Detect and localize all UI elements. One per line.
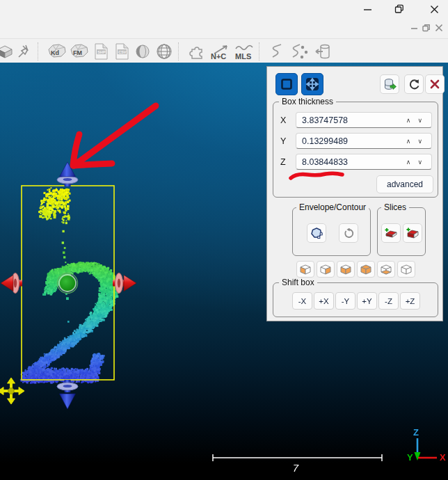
- show-interactors-toggle[interactable]: [301, 73, 323, 95]
- spin-down-icon[interactable]: ∨: [414, 138, 426, 145]
- toolbar-separator: [178, 42, 184, 61]
- nc-label: N+C: [211, 52, 226, 61]
- spin-down-icon[interactable]: ∨: [414, 117, 426, 124]
- z-thickness-input[interactable]: 8.03844833 ∧ ∨: [296, 154, 432, 170]
- shp-file-icon[interactable]: SHP: [91, 41, 111, 62]
- set-view-cube-6-button[interactable]: [397, 261, 415, 278]
- csv-label: CSV: [118, 49, 127, 54]
- box-face-buttons: [292, 261, 419, 278]
- plugin-puzzle-icon[interactable]: [187, 41, 208, 62]
- slices-group: Slices: [377, 207, 426, 256]
- unroll-cylinder-icon[interactable]: [312, 41, 333, 62]
- clipping-box-icon[interactable]: [0, 41, 13, 62]
- y-thickness-value: 0.13299489: [302, 136, 403, 146]
- z-thickness-label: Z: [280, 157, 296, 167]
- toolbar-separator: [259, 42, 264, 61]
- mdi-minimize-button[interactable]: [408, 22, 420, 34]
- axis-z-label: Z: [413, 427, 419, 438]
- shift-plus-x-button[interactable]: +X: [314, 292, 334, 310]
- red-x-icon: [430, 79, 440, 89]
- close-button[interactable]: [426, 1, 442, 17]
- envelope-contour-group: Envelope/Contour: [292, 207, 371, 256]
- slices-title: Slices: [381, 202, 409, 212]
- set-view-cube-2-button[interactable]: [317, 261, 335, 278]
- box-thickness-group: Box thickness X 3.83747578 ∧ ∨ Y 0.13299…: [273, 102, 438, 198]
- shift-plus-y-label: +Y: [362, 297, 371, 305]
- axis-y-label: Y: [407, 452, 413, 463]
- polygon-icon: [310, 227, 323, 239]
- slice-icon: [384, 227, 398, 239]
- move-arrows-icon: [305, 77, 319, 91]
- undo-arrow-icon: [408, 79, 420, 90]
- shift-minus-z-label: -Z: [385, 297, 392, 305]
- show-box-toggle[interactable]: [275, 73, 298, 95]
- shift-box-title: Shift box: [279, 278, 317, 287]
- advanced-button-label: advanced: [387, 179, 423, 189]
- rotate-ccw-icon: [344, 228, 354, 239]
- database-export-icon: [383, 78, 397, 91]
- shift-plus-x-label: +X: [319, 297, 328, 305]
- spin-up-icon[interactable]: ∧: [403, 117, 415, 124]
- x-thickness-input[interactable]: 3.83747578 ∧ ∨: [296, 112, 432, 128]
- shift-plus-z-label: +Z: [406, 297, 415, 305]
- close-tool-button[interactable]: [425, 74, 445, 94]
- box-thickness-title: Box thickness: [279, 97, 336, 106]
- spin-up-icon[interactable]: ∧: [403, 159, 415, 166]
- scale-bar-value: 7: [209, 462, 383, 474]
- y-thickness-input[interactable]: 0.13299489 ∧ ∨: [296, 133, 432, 149]
- multi-slice-icon: [406, 227, 419, 239]
- mls-label: MLS: [235, 52, 251, 61]
- mdi-close-button[interactable]: [433, 22, 445, 34]
- export-slice-button[interactable]: [380, 74, 399, 94]
- envelope-contour-title: Envelope/Contour: [296, 202, 369, 212]
- x-thickness-label: X: [280, 115, 296, 125]
- cross-section-panel: Box thickness X 3.83747578 ∧ ∨ Y 0.13299…: [266, 66, 443, 321]
- x-thickness-value: 3.83747578: [302, 115, 403, 125]
- application-window: Kd FM SHP CSV N+C MLS: [0, 0, 448, 480]
- axis-x-label: X: [440, 452, 446, 463]
- section-curve-points-icon[interactable]: [289, 41, 311, 62]
- advanced-button[interactable]: advanced: [376, 175, 433, 193]
- shift-plus-y-button[interactable]: +Y: [357, 292, 377, 310]
- reset-button[interactable]: [404, 74, 424, 94]
- fm-label: FM: [73, 49, 82, 56]
- mdi-restore-button[interactable]: [420, 22, 433, 34]
- set-view-cube-5-button[interactable]: [377, 261, 395, 278]
- shift-box-group: Shift box -X +X -Y +Y -Z +Z: [273, 282, 438, 317]
- shift-minus-x-button[interactable]: -X: [292, 292, 312, 310]
- normals-curvature-icon[interactable]: N+C: [209, 41, 232, 62]
- extract-envelope-button[interactable]: [307, 223, 326, 243]
- box-outline-icon: [280, 78, 293, 90]
- sphere-icon[interactable]: [133, 41, 152, 62]
- kd-label: Kd: [51, 49, 59, 56]
- spin-up-icon[interactable]: ∧: [403, 138, 415, 145]
- set-view-cube-1-button[interactable]: [296, 261, 314, 278]
- fm-rock-icon[interactable]: FM: [69, 41, 90, 62]
- section-curve-icon[interactable]: [268, 41, 287, 62]
- csv-file-icon[interactable]: CSV: [112, 41, 131, 62]
- mdi-child-bar: [0, 19, 448, 38]
- shp-label: SHP: [97, 49, 106, 54]
- mls-icon[interactable]: MLS: [233, 41, 255, 62]
- extract-multiple-slices-button[interactable]: [403, 223, 422, 243]
- toolbar: Kd FM SHP CSV N+C MLS: [0, 38, 448, 63]
- restore-button[interactable]: [391, 1, 408, 17]
- shift-minus-y-button[interactable]: -Y: [335, 292, 355, 310]
- globe-icon[interactable]: [154, 41, 175, 62]
- extract-slice-button[interactable]: [381, 223, 401, 243]
- set-view-cube-3-button[interactable]: [337, 261, 355, 278]
- z-thickness-value: 8.03844833: [302, 157, 403, 167]
- shift-minus-z-button[interactable]: -Z: [378, 292, 399, 310]
- kd-tree-icon[interactable]: Kd: [47, 41, 67, 62]
- title-bar: [0, 0, 448, 19]
- shift-minus-x-label: -X: [298, 297, 307, 305]
- pin-icon[interactable]: [15, 41, 34, 62]
- reset-envelope-button[interactable]: [339, 223, 358, 243]
- y-thickness-label: Y: [280, 136, 296, 146]
- minimize-button[interactable]: [359, 1, 376, 17]
- shift-minus-y-label: -Y: [342, 297, 350, 305]
- shift-plus-z-button[interactable]: +Z: [400, 292, 420, 310]
- spin-down-icon[interactable]: ∨: [414, 159, 426, 166]
- set-view-cube-4-button[interactable]: [357, 261, 375, 278]
- toolbar-separator: [38, 42, 43, 61]
